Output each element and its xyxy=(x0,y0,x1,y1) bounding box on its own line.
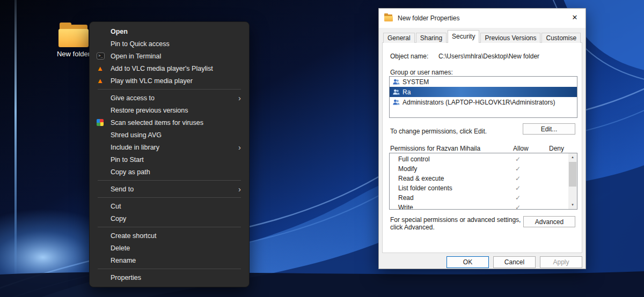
apply-button[interactable]: Apply xyxy=(540,256,582,268)
advanced-button[interactable]: Advanced xyxy=(523,216,575,227)
permission-row-modify[interactable]: Modify ✓ xyxy=(390,164,568,174)
tab-sharing[interactable]: Sharing xyxy=(416,33,447,43)
menu-item-properties[interactable]: Properties xyxy=(92,271,246,284)
menu-separator xyxy=(98,269,241,269)
allow-checkmark-icon[interactable]: ✓ xyxy=(502,155,533,163)
context-menu: Open Pin to Quick access >_ Open in Term… xyxy=(89,21,250,287)
desktop: New folder Open Pin to Quick access >_ O… xyxy=(0,0,644,297)
user-row-administrators[interactable]: Administrators (LAPTOP-HGLOVK1R\Administ… xyxy=(390,97,577,107)
tab-customise[interactable]: Customise xyxy=(541,33,581,43)
vlc-cone-icon: ▲ xyxy=(97,65,104,72)
user-icon xyxy=(392,78,400,85)
menu-item-pin-to-quick-access[interactable]: Pin to Quick access xyxy=(92,38,246,50)
vlc-cone-icon: ▲ xyxy=(97,77,104,84)
tab-security[interactable]: Security xyxy=(448,30,479,43)
allow-checkmark-icon[interactable]: ✓ xyxy=(502,175,533,182)
folder-icon xyxy=(384,14,393,22)
edit-permissions-hint: To change permissions, click Edit. xyxy=(390,128,487,135)
user-row-system[interactable]: SYSTEM xyxy=(390,77,577,87)
user-icon xyxy=(392,88,400,95)
scrollbar-thumb[interactable] xyxy=(569,162,576,187)
group-user-list: SYSTEM Ra Administrators (LAPTOP-HGLOVK1… xyxy=(389,76,577,118)
permissions-list: Full control ✓ Modify ✓ Read & execute ✓ xyxy=(389,153,577,210)
terminal-icon: >_ xyxy=(97,53,105,60)
allow-column-header: Allow xyxy=(513,145,529,152)
allow-checkmark-icon[interactable]: ✓ xyxy=(502,165,533,173)
menu-item-pin-to-start[interactable]: Pin to Start xyxy=(92,153,246,166)
menu-item-send-to[interactable]: Send to › xyxy=(92,183,246,195)
user-row-selected[interactable]: Ra xyxy=(390,87,577,97)
object-name-value: C:\Users\mhlra\Desktop\New folder xyxy=(438,53,539,60)
tab-strip: General Sharing Security Previous Versio… xyxy=(383,31,582,43)
submenu-arrow-icon: › xyxy=(238,185,241,193)
permissions-for-label: Permissions for Razvan Mihaila xyxy=(390,145,480,152)
dialog-titlebar[interactable]: New folder Properties ✕ xyxy=(379,9,586,28)
deny-column-header: Deny xyxy=(549,145,564,152)
menu-item-open-in-terminal[interactable]: >_ Open in Terminal xyxy=(92,50,246,62)
allow-checkmark-icon[interactable]: ✓ xyxy=(502,184,533,192)
folder-label: New folder xyxy=(55,50,92,58)
menu-item-open[interactable]: Open xyxy=(92,25,246,38)
advanced-settings-hint: For special permissions or advanced sett… xyxy=(390,216,525,231)
allow-checkmark-icon[interactable]: ✓ xyxy=(502,194,533,202)
close-button[interactable]: ✕ xyxy=(564,9,586,26)
menu-item-restore-previous-versions[interactable]: Restore previous versions xyxy=(92,104,246,116)
menu-separator xyxy=(98,89,241,90)
menu-item-give-access-to[interactable]: Give access to › xyxy=(92,92,246,104)
user-icon xyxy=(392,99,400,106)
menu-item-copy[interactable]: Copy xyxy=(92,212,246,225)
menu-separator xyxy=(98,197,241,198)
tab-general[interactable]: General xyxy=(383,33,415,43)
cancel-button[interactable]: Cancel xyxy=(493,256,536,268)
allow-checkmark-icon[interactable]: ✓ xyxy=(502,204,533,210)
menu-separator xyxy=(98,227,241,227)
properties-dialog: New folder Properties ✕ General Sharing … xyxy=(378,8,586,269)
menu-item-include-in-library[interactable]: Include in library › xyxy=(92,141,246,153)
group-user-names-label: Group or user names: xyxy=(390,69,453,76)
permission-row-full-control[interactable]: Full control ✓ xyxy=(390,154,568,164)
security-tab-page: Object name: C:\Users\mhlra\Desktop\New … xyxy=(382,42,582,253)
scrollbar[interactable]: ▲ ▼ xyxy=(568,153,577,209)
ok-button[interactable]: OK xyxy=(447,256,489,268)
submenu-arrow-icon: › xyxy=(238,143,241,151)
menu-item-play-with-vlc[interactable]: ▲ Play with VLC media player xyxy=(92,75,246,87)
dialog-title: New folder Properties xyxy=(398,14,459,22)
desktop-folder-shortcut[interactable]: New folder xyxy=(55,25,92,58)
permission-row-read[interactable]: Read ✓ xyxy=(390,193,568,203)
object-name-label: Object name: xyxy=(390,53,428,60)
scroll-up-icon[interactable]: ▲ xyxy=(568,153,577,161)
edit-button[interactable]: Edit... xyxy=(523,123,575,135)
menu-item-shred-using-avg[interactable]: Shred using AVG xyxy=(92,129,246,141)
permission-row-list-folder-contents[interactable]: List folder contents ✓ xyxy=(390,183,568,193)
permission-row-read-execute[interactable]: Read & execute ✓ xyxy=(390,174,568,183)
menu-item-create-shortcut[interactable]: Create shortcut xyxy=(92,229,246,242)
menu-item-rename[interactable]: Rename xyxy=(92,254,246,266)
menu-separator xyxy=(98,180,241,181)
submenu-arrow-icon: › xyxy=(238,94,241,102)
permission-row-write[interactable]: Write ✓ xyxy=(390,203,568,210)
menu-item-delete[interactable]: Delete xyxy=(92,242,246,254)
menu-item-scan-for-viruses[interactable]: Scan selected items for viruses xyxy=(92,116,246,129)
scroll-down-icon[interactable]: ▼ xyxy=(568,201,577,209)
folder-icon xyxy=(58,25,89,48)
menu-item-add-to-vlc-playlist[interactable]: ▲ Add to VLC media player's Playlist xyxy=(92,62,246,75)
antivirus-shield-icon xyxy=(97,119,104,126)
menu-item-copy-as-path[interactable]: Copy as path xyxy=(92,166,246,178)
tab-previous-versions[interactable]: Previous Versions xyxy=(480,33,540,43)
menu-item-cut[interactable]: Cut xyxy=(92,200,246,212)
